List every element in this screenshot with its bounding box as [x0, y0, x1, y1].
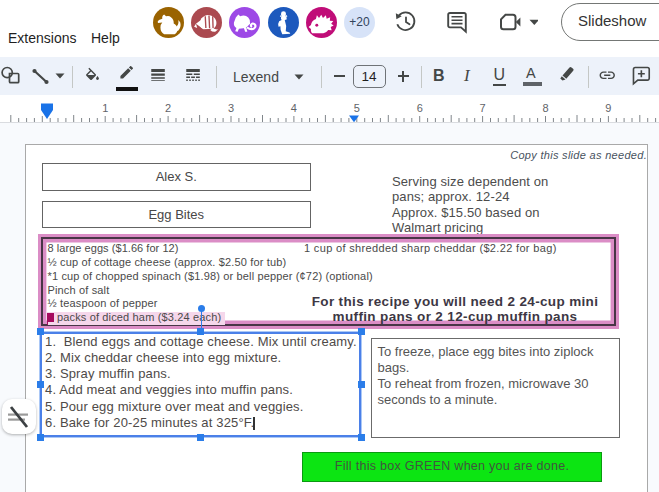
svg-text:1: 1 [102, 102, 108, 114]
svg-text:2: 2 [165, 102, 171, 114]
svg-text:3: 3 [228, 102, 234, 114]
svg-text:5: 5 [354, 102, 360, 114]
svg-text:4: 4 [291, 102, 297, 114]
svg-text:6: 6 [417, 102, 423, 114]
svg-text:8: 8 [542, 102, 548, 114]
svg-text:7: 7 [480, 102, 486, 114]
svg-text:9: 9 [605, 102, 611, 114]
